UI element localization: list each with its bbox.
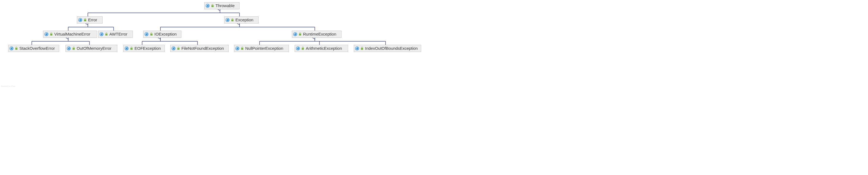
class-icon [293,32,297,36]
class-node-virtualMachineError[interactable]: VirtualMachineError [43,31,97,38]
class-label: NullPointerException [245,46,283,51]
class-label: Error [88,17,97,23]
class-label: ArithmeticException [306,46,342,51]
lock-icon [211,4,214,8]
class-icon [125,47,128,50]
class-node-exception[interactable]: Exception [224,17,258,24]
class-icon [44,32,48,36]
lock-icon [14,47,18,50]
lock-icon [104,32,108,36]
lock-icon [177,47,180,50]
class-icon [206,4,210,8]
class-icon [145,32,148,36]
class-node-runtimeException[interactable]: RuntimeException [292,31,342,38]
class-icon [78,18,82,22]
lock-icon [240,47,244,50]
class-label: Exception [236,17,253,23]
class-node-indexOutOfBoundsException[interactable]: IndexOutOfBoundsException [354,45,421,52]
edge-layer [0,0,434,88]
lock-icon [360,47,364,50]
class-label: StackOverflowError [19,46,55,51]
class-hierarchy-diagram: ThrowableErrorExceptionVirtualMachineErr… [0,0,434,88]
class-label: EOFException [134,46,161,51]
class-icon [99,32,103,36]
lock-icon [50,32,53,36]
class-node-throwable[interactable]: Throwable [204,2,240,9]
class-node-outOfMemoryError[interactable]: OutOfMemoryError [65,45,117,52]
class-icon [236,47,239,50]
class-label: AWTError [110,31,127,37]
class-icon [67,47,71,50]
class-icon [296,47,300,50]
lock-icon [150,32,153,36]
class-label: OutOfMemoryError [76,46,112,51]
class-label: Throwable [216,3,235,8]
lock-icon [230,18,234,22]
lock-icon [83,18,87,22]
class-icon [226,18,229,22]
class-icon [9,47,13,50]
lock-icon [130,47,133,50]
class-label: VirtualMachineError [54,31,90,37]
class-node-eofException[interactable]: EOFException [123,45,165,52]
class-label: IndexOutOfBoundsException [365,46,417,51]
class-node-awtError[interactable]: AWTError [98,31,133,38]
lock-icon [72,47,75,50]
class-label: RuntimeException [303,31,336,37]
class-icon [172,47,176,50]
class-node-ioException[interactable]: IOException [143,31,181,38]
class-node-stackOverflowError[interactable]: StackOverflowError [8,45,59,52]
class-node-fileNotFoundException[interactable]: FileNotFoundException [170,45,228,52]
class-node-error[interactable]: Error [77,17,102,24]
class-node-arithmeticException[interactable]: ArithmeticException [294,45,348,52]
class-label: FileNotFoundException [181,46,224,51]
lock-icon [301,47,305,50]
class-icon [355,47,359,50]
watermark-text: Powered by yFiles [1,85,15,87]
lock-icon [298,32,302,36]
class-label: IOException [154,31,177,37]
class-node-nullPointerException[interactable]: NullPointerException [234,45,289,52]
